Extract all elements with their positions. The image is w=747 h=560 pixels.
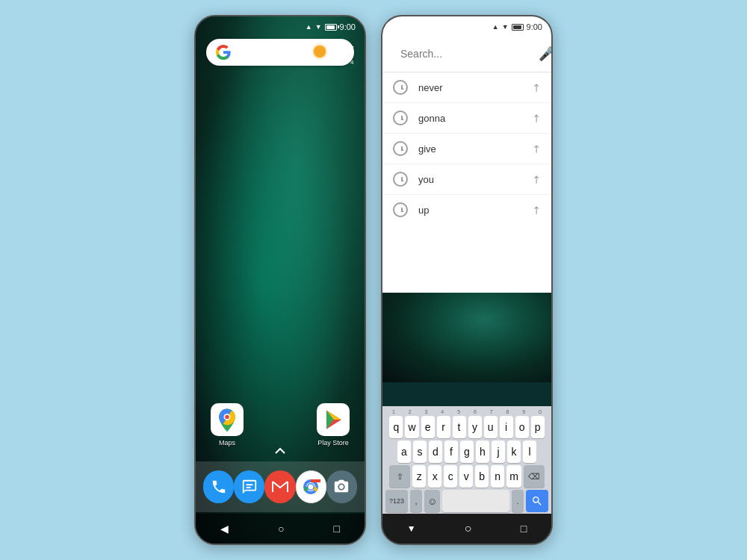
- back-button[interactable]: ◀: [220, 523, 229, 535]
- suggestions-list: never ↗ gonna ↗ give ↗ you ↗: [382, 72, 551, 225]
- keyboard-row-3: ⇧ z x c v b n m ⌫: [384, 465, 550, 488]
- svg-rect-6: [246, 484, 252, 485]
- dock-indicator: [274, 444, 286, 458]
- dock-phone-icon[interactable]: [203, 470, 234, 503]
- key-i[interactable]: i: [500, 416, 513, 438]
- key-b[interactable]: b: [475, 465, 489, 488]
- key-n[interactable]: n: [491, 465, 504, 488]
- key-u[interactable]: u: [484, 416, 498, 438]
- key-search[interactable]: [526, 490, 548, 512]
- key-o[interactable]: o: [515, 416, 529, 438]
- kb-num-6: 6: [467, 409, 483, 414]
- key-q[interactable]: q: [389, 416, 403, 438]
- key-m[interactable]: m: [506, 465, 521, 488]
- key-f[interactable]: f: [444, 441, 458, 463]
- right-signal-icon: ▲: [492, 23, 499, 31]
- kb-num-0: 0: [532, 409, 548, 414]
- key-s[interactable]: s: [413, 441, 427, 463]
- maps-app[interactable]: Maps: [211, 403, 244, 447]
- suggestion-text-gonna: gonna: [418, 113, 521, 124]
- kb-num-7: 7: [483, 409, 500, 414]
- suggestion-item[interactable]: gonna ↗: [382, 103, 551, 134]
- key-e[interactable]: e: [421, 416, 435, 438]
- right-back-button[interactable]: ▼: [407, 523, 416, 534]
- right-home-button[interactable]: ○: [465, 522, 472, 535]
- svg-point-1: [225, 415, 229, 419]
- left-status-bar: ▲ ▼ 9:00: [196, 22, 365, 31]
- app-icons-area: Maps Play Store: [196, 403, 365, 447]
- kb-num-1: 1: [385, 409, 402, 414]
- weather-widget: 71°F TUESDAY, OCTOBER 4: [282, 45, 354, 66]
- history-clock-icon: [393, 202, 408, 217]
- dock-camera-icon[interactable]: [326, 470, 357, 503]
- playstore-icon[interactable]: [317, 403, 350, 436]
- kb-num-5: 5: [450, 409, 467, 414]
- mic-icon[interactable]: 🎤: [539, 46, 553, 62]
- right-search-bar[interactable]: 🎤: [382, 35, 551, 72]
- battery-icon: [325, 24, 337, 31]
- suggestion-item[interactable]: never ↗: [382, 72, 551, 103]
- key-r[interactable]: r: [437, 416, 450, 438]
- right-wifi-icon: ▼: [502, 23, 509, 31]
- key-d[interactable]: d: [429, 441, 442, 463]
- suggestion-arrow-icon: ↗: [529, 111, 544, 125]
- suggestion-arrow-icon: ↗: [529, 80, 544, 95]
- search-input[interactable]: [400, 48, 531, 60]
- right-phone: ▲ ▼ 9:00 🎤 never: [381, 15, 553, 545]
- key-space[interactable]: [442, 490, 509, 512]
- key-h[interactable]: h: [476, 441, 489, 463]
- key-p[interactable]: p: [531, 416, 545, 438]
- camera-icon: [333, 479, 350, 495]
- key-emoji[interactable]: ☺: [424, 490, 440, 512]
- chevron-up-icon: [274, 447, 286, 455]
- right-recents-button[interactable]: □: [521, 523, 527, 535]
- key-y[interactable]: y: [468, 416, 482, 438]
- suggestion-text-you: you: [418, 174, 521, 185]
- suggestion-arrow-icon: ↗: [529, 172, 544, 187]
- suggestion-item[interactable]: you ↗: [382, 164, 551, 195]
- search-section: ▲ ▼ 9:00 🎤 never: [382, 16, 551, 293]
- history-clock-icon: [393, 111, 408, 125]
- key-comma[interactable]: ,: [410, 490, 422, 512]
- key-j[interactable]: j: [492, 441, 505, 463]
- right-nav-bar: ▼ ○ □: [382, 514, 551, 544]
- key-c[interactable]: c: [444, 465, 457, 488]
- suggestion-text-up: up: [418, 205, 521, 216]
- kb-num-9: 9: [515, 409, 532, 414]
- svg-point-12: [309, 485, 314, 490]
- suggestion-item[interactable]: up ↗: [382, 195, 551, 225]
- suggestion-arrow-icon: ↗: [529, 202, 544, 217]
- search-icon: [531, 495, 543, 507]
- key-v[interactable]: v: [459, 465, 473, 488]
- key-numbers[interactable]: ?123: [385, 490, 408, 512]
- key-delete[interactable]: ⌫: [524, 465, 545, 488]
- key-x[interactable]: x: [428, 465, 441, 488]
- keyboard-bottom-row: ?123 , ☺ .: [384, 490, 550, 512]
- key-w[interactable]: w: [405, 416, 418, 438]
- key-shift[interactable]: ⇧: [389, 465, 410, 488]
- suggestion-item[interactable]: give ↗: [382, 134, 551, 164]
- left-nav-bar: ◀ ○ □: [196, 514, 365, 544]
- key-period[interactable]: .: [512, 490, 524, 512]
- left-time: 9:00: [340, 22, 356, 31]
- key-l[interactable]: l: [523, 441, 536, 463]
- key-k[interactable]: k: [507, 441, 521, 463]
- phone-icon: [211, 479, 227, 495]
- key-z[interactable]: z: [412, 465, 426, 488]
- keyboard-number-hints: 1 2 3 4 5 6 7 8 9 0: [384, 409, 550, 414]
- chrome-icon: [301, 477, 320, 497]
- weather-temperature: 71°F: [329, 45, 354, 58]
- recents-button[interactable]: □: [334, 523, 340, 535]
- right-wallpaper: [382, 293, 551, 382]
- key-t[interactable]: t: [453, 416, 466, 438]
- svg-rect-7: [246, 487, 250, 488]
- dock-messages-icon[interactable]: [234, 470, 264, 503]
- home-button[interactable]: ○: [278, 523, 284, 535]
- playstore-app[interactable]: Play Store: [317, 403, 350, 447]
- messages-icon: [241, 479, 258, 495]
- key-a[interactable]: a: [397, 441, 411, 463]
- key-g[interactable]: g: [460, 441, 474, 463]
- dock-chrome-icon[interactable]: [296, 470, 326, 503]
- dock-gmail-icon[interactable]: [264, 470, 295, 503]
- maps-icon[interactable]: [211, 403, 244, 436]
